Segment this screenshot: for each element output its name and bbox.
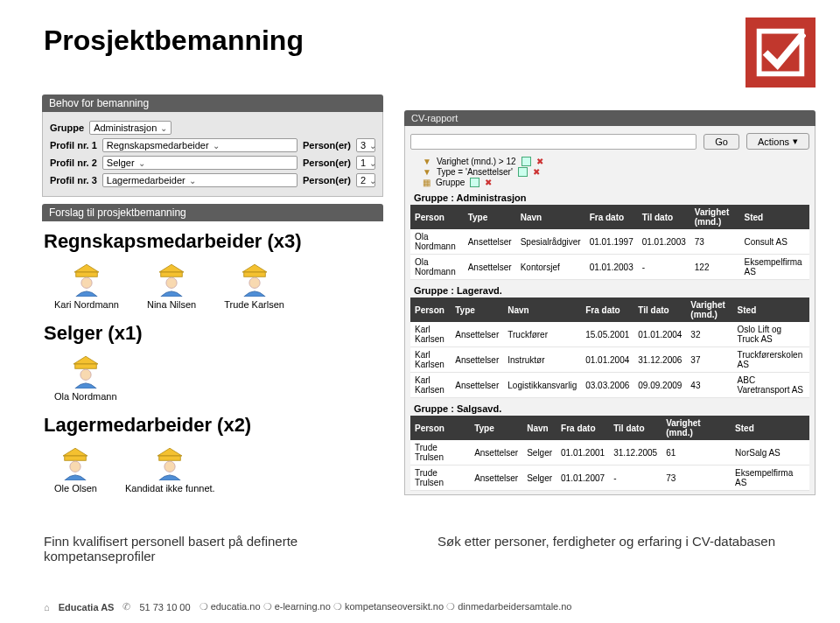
candidate-name: Trude Karlsen xyxy=(224,299,284,310)
cv-search-input[interactable] xyxy=(410,134,696,150)
footer-link[interactable]: dinmedarbeidersamtale.no xyxy=(458,601,571,612)
candidate-name: Kandidat ikke funnet. xyxy=(125,483,215,494)
footer-link[interactable]: educatia.no xyxy=(211,601,261,612)
filter-label: Type = 'Ansettelser' xyxy=(437,167,513,177)
filter-label: Gruppe xyxy=(436,178,465,187)
page-title: Prosjektbemanning xyxy=(0,0,840,57)
table-header[interactable]: Person xyxy=(410,298,451,322)
persons-count-select[interactable]: 2 xyxy=(356,173,375,187)
profile-select[interactable]: Lagermedarbeider xyxy=(102,173,298,187)
candidate-avatar[interactable]: Ole Olsen xyxy=(54,444,97,494)
filter-remove-icon[interactable]: ✖ xyxy=(536,157,543,166)
persons-label: Person(er) xyxy=(303,140,351,150)
group-label: Gruppe xyxy=(50,122,84,133)
filter-checkbox[interactable] xyxy=(470,178,480,187)
table-header[interactable]: Varighet (mnd.) xyxy=(686,298,732,322)
footer-company: Educatia AS xyxy=(59,602,115,612)
candidate-avatar[interactable]: Kari Nordmann xyxy=(54,260,119,310)
table-header[interactable]: Til dato xyxy=(634,298,686,322)
candidate-avatar[interactable]: Ola Nordmann xyxy=(54,352,117,402)
cv-table: PersonTypeNavnFra datoTil datoVarighet (… xyxy=(410,205,809,280)
globe-icon: ❍ xyxy=(200,601,208,612)
filter-label: Varighet (mnd.) > 12 xyxy=(437,157,516,166)
need-panel-body: Gruppe Administrasjon Profil nr. 1 Regns… xyxy=(42,112,383,197)
table-header[interactable]: Fra dato xyxy=(581,298,634,322)
table-header[interactable]: Navn xyxy=(516,205,585,229)
table-row[interactable]: Ola NordmannAnsettelserKontorsjef01.01.2… xyxy=(410,255,809,280)
chevron-down-icon: ▾ xyxy=(793,136,798,147)
candidate-name: Ola Nordmann xyxy=(54,391,117,402)
role-section-title: Lagermedarbeider (x2) xyxy=(44,414,382,437)
table-header[interactable]: Varighet (mnd.) xyxy=(690,205,740,229)
table-row[interactable]: Ola NordmannAnsettelserSpesialrådgiver01… xyxy=(410,229,809,255)
table-header[interactable]: Type xyxy=(464,205,516,229)
candidate-name: Nina Nilsen xyxy=(147,299,196,310)
svg-rect-9 xyxy=(65,456,87,460)
candidate-avatar[interactable]: Nina Nilsen xyxy=(147,260,196,310)
candidate-avatar[interactable]: Kandidat ikke funnet. xyxy=(125,444,215,494)
caption-left: Finn kvalifisert personell basert på def… xyxy=(44,534,402,564)
footer-link[interactable]: e-learning.no xyxy=(275,601,331,612)
globe-icon: ❍ xyxy=(333,601,342,612)
profile-select[interactable]: Regnskapsmedarbeider xyxy=(102,138,298,152)
need-panel-header: Behov for bemanning xyxy=(42,94,383,112)
candidate-avatar[interactable]: Trude Karlsen xyxy=(224,260,284,310)
candidate-name: Kari Nordmann xyxy=(54,299,119,310)
role-section-title: Selger (x1) xyxy=(44,322,382,345)
footer: ⌂ Educatia AS ✆ 51 73 10 00 ❍ educatia.n… xyxy=(44,601,571,612)
svg-rect-3 xyxy=(161,272,183,276)
table-header[interactable]: Sted xyxy=(733,298,809,322)
cv-panel-header: CV-rapport xyxy=(404,110,816,126)
caption-right: Søk etter personer, ferdigheter og erfar… xyxy=(438,534,796,564)
svg-point-12 xyxy=(164,461,175,472)
table-row[interactable]: Karl KarlsenAnsettelserInstruktør01.01.2… xyxy=(410,347,809,373)
table-header[interactable]: Person xyxy=(410,416,470,440)
go-button[interactable]: Go xyxy=(704,134,739,150)
table-row[interactable]: Trude TrulsenAnsettelserSelger01.01.2007… xyxy=(410,466,809,491)
table-header[interactable]: Type xyxy=(451,298,503,322)
table-header[interactable]: Sted xyxy=(739,205,809,229)
cv-group-label: Gruppe : Lageravd. xyxy=(414,285,809,296)
table-header[interactable]: Person xyxy=(410,205,464,229)
actions-button[interactable]: Actions▾ xyxy=(746,133,809,150)
globe-icon: ❍ xyxy=(263,601,272,612)
persons-count-select[interactable]: 1 xyxy=(356,156,375,170)
candidate-name: Ole Olsen xyxy=(54,483,97,494)
globe-icon: ❍ xyxy=(446,601,455,612)
suggest-panel-body: Regnskapsmedarbeider (x3)Kari NordmannNi… xyxy=(42,221,383,509)
svg-point-6 xyxy=(248,277,259,288)
filter-checkbox[interactable] xyxy=(522,157,531,166)
svg-point-2 xyxy=(81,277,92,288)
persons-count-select[interactable]: 3 xyxy=(356,138,375,152)
profile-select[interactable]: Selger xyxy=(102,156,298,170)
group-select[interactable]: Administrasjon xyxy=(89,121,172,135)
table-row[interactable]: Karl KarlsenAnsettelserLogistikkansvarli… xyxy=(410,373,809,398)
filter-remove-icon[interactable]: ✖ xyxy=(485,178,492,187)
profile-label: Profil nr. 1 xyxy=(50,140,97,150)
svg-point-8 xyxy=(80,369,91,380)
cv-panel-body: Go Actions▾ ▼ Varighet (mnd.) > 12 ✖▼ Ty… xyxy=(404,126,816,495)
svg-rect-11 xyxy=(159,456,181,460)
table-header[interactable]: Navn xyxy=(522,416,556,440)
table-row[interactable]: Trude TrulsenAnsettelserSelger01.01.2001… xyxy=(410,440,809,466)
filter-checkbox[interactable] xyxy=(518,167,528,177)
cv-group-label: Gruppe : Administrasjon xyxy=(414,192,809,203)
footer-link[interactable]: kompetanseoversikt.no xyxy=(345,601,444,612)
filter-remove-icon[interactable]: ✖ xyxy=(533,167,540,177)
persons-label: Person(er) xyxy=(303,175,351,186)
table-header[interactable]: Sted xyxy=(731,416,809,440)
suggest-panel-header: Forslag til prosjektbemanning xyxy=(42,204,383,221)
profile-label: Profil nr. 3 xyxy=(50,175,97,186)
table-header[interactable]: Varighet (mnd.) xyxy=(662,416,731,440)
table-header[interactable]: Type xyxy=(470,416,522,440)
table-header[interactable]: Navn xyxy=(503,298,581,322)
table-header[interactable]: Til dato xyxy=(609,416,662,440)
persons-label: Person(er) xyxy=(303,158,351,168)
phone-icon: ✆ xyxy=(122,601,130,612)
cv-group-label: Gruppe : Salgsavd. xyxy=(414,403,809,414)
table-header[interactable]: Til dato xyxy=(638,205,690,229)
table-row[interactable]: Karl KarlsenAnsettelserTruckfører15.05.2… xyxy=(410,322,809,347)
table-header[interactable]: Fra dato xyxy=(585,205,638,229)
table-header[interactable]: Fra dato xyxy=(556,416,609,440)
cv-table: PersonTypeNavnFra datoTil datoVarighet (… xyxy=(410,416,809,491)
